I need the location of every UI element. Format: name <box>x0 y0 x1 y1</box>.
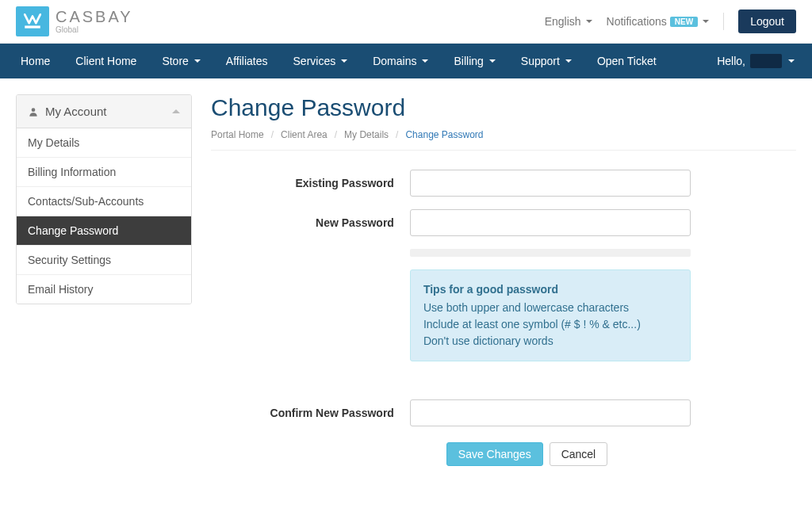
nav-label: Store <box>162 55 188 67</box>
logo-area[interactable]: CASBAY Global <box>16 6 133 36</box>
existing-password-label: Existing Password <box>211 177 410 189</box>
nav-services[interactable]: Services <box>281 44 361 78</box>
nav-store[interactable]: Store <box>149 44 213 78</box>
my-account-panel: My Account My Details Billing Informatio… <box>16 94 192 304</box>
nav-label: Support <box>521 55 560 67</box>
new-password-input[interactable] <box>410 209 691 236</box>
chevron-down-icon <box>341 59 347 63</box>
nav-label: Billing <box>454 55 483 67</box>
svg-rect-0 <box>25 25 40 28</box>
panel-title: My Account <box>45 105 107 118</box>
tips-line: Use both upper and lowercase characters <box>423 300 677 316</box>
nav-billing[interactable]: Billing <box>441 44 508 78</box>
notifications-label: Notifications <box>607 15 667 28</box>
confirm-password-label: Confirm New Password <box>211 407 410 419</box>
logo-icon <box>16 6 49 36</box>
breadcrumb-my-details[interactable]: My Details <box>344 129 389 140</box>
chevron-down-icon <box>703 20 709 23</box>
password-strength-bar <box>410 249 691 257</box>
top-links: English Notifications NEW Logout <box>545 10 796 33</box>
nav-domains[interactable]: Domains <box>360 44 441 78</box>
tips-line: Don't use dictionary words <box>423 333 677 350</box>
sidebar-item-my-details[interactable]: My Details <box>17 128 191 158</box>
sidebar-item-email-history[interactable]: Email History <box>17 275 191 304</box>
divider <box>723 13 724 30</box>
form-row-existing: Existing Password <box>211 170 796 197</box>
language-label: English <box>545 15 581 28</box>
form-row-confirm: Confirm New Password <box>211 399 796 426</box>
breadcrumb: Portal Home / Client Area / My Details /… <box>211 129 796 151</box>
breadcrumb-change-password: Change Password <box>405 129 483 140</box>
nav-support[interactable]: Support <box>508 44 584 78</box>
chevron-down-icon <box>489 59 496 63</box>
language-selector[interactable]: English <box>545 15 592 28</box>
breadcrumb-separator: / <box>271 129 274 140</box>
sidebar-item-label: Change Password <box>28 224 118 237</box>
chevron-down-icon <box>586 20 592 23</box>
sidebar-item-label: My Details <box>28 136 79 149</box>
sidebar: My Account My Details Billing Informatio… <box>16 94 192 304</box>
page-title: Change Password <box>211 94 796 121</box>
nav-user-menu[interactable]: Hello, <box>707 54 804 68</box>
sidebar-item-label: Billing Information <box>28 166 116 178</box>
greeting: Hello, <box>717 55 745 67</box>
nav-open-ticket[interactable]: Open Ticket <box>584 44 669 78</box>
panel-heading[interactable]: My Account <box>17 95 191 128</box>
new-password-label: New Password <box>211 216 410 229</box>
chevron-down-icon <box>565 59 572 63</box>
top-header: CASBAY Global English Notifications NEW … <box>0 0 812 44</box>
svg-point-1 <box>32 108 36 112</box>
breadcrumb-separator: / <box>335 129 337 140</box>
breadcrumb-portal-home[interactable]: Portal Home <box>211 129 264 140</box>
chevron-down-icon <box>194 59 201 63</box>
nav-label: Services <box>293 55 336 67</box>
save-changes-button[interactable]: Save Changes <box>446 442 543 466</box>
nav-affiliates[interactable]: Affiliates <box>213 44 281 78</box>
sidebar-item-label: Email History <box>28 283 93 296</box>
notifications-link[interactable]: Notifications NEW <box>607 15 710 28</box>
logout-button[interactable]: Logout <box>738 10 796 33</box>
sidebar-item-label: Contacts/Sub-Accounts <box>28 195 144 208</box>
nav-label: Client Home <box>75 55 136 67</box>
user-icon <box>28 106 39 117</box>
tips-title: Tips for a good password <box>423 281 677 298</box>
main-container: My Account My Details Billing Informatio… <box>0 78 812 482</box>
sidebar-item-security-settings[interactable]: Security Settings <box>17 246 191 275</box>
brand-sub: Global <box>56 26 133 34</box>
chevron-down-icon <box>788 59 795 63</box>
chevron-down-icon <box>422 59 428 63</box>
sidebar-item-change-password[interactable]: Change Password <box>17 216 191 246</box>
main-navbar: Home Client Home Store Affiliates Servic… <box>0 44 812 78</box>
password-tips-box: Tips for a good password Use both upper … <box>410 269 691 361</box>
existing-password-input[interactable] <box>410 170 691 197</box>
brand-name: CASBAY <box>56 9 133 25</box>
form-row-strength <box>211 249 796 257</box>
cancel-button[interactable]: Cancel <box>550 442 608 466</box>
form-actions: Save Changes Cancel <box>258 442 796 466</box>
chevron-up-icon <box>172 109 180 113</box>
nav-home[interactable]: Home <box>8 44 63 78</box>
nav-left: Home Client Home Store Affiliates Servic… <box>8 44 669 78</box>
breadcrumb-client-area[interactable]: Client Area <box>281 129 327 140</box>
new-badge: NEW <box>670 17 698 27</box>
user-name-redacted <box>750 54 782 68</box>
sidebar-item-contacts[interactable]: Contacts/Sub-Accounts <box>17 187 191 216</box>
content-area: Change Password Portal Home / Client Are… <box>211 94 796 466</box>
form-row-tips: Tips for a good password Use both upper … <box>211 269 796 361</box>
nav-client-home[interactable]: Client Home <box>63 44 149 78</box>
nav-label: Home <box>21 55 50 67</box>
nav-label: Open Ticket <box>597 55 657 67</box>
form-row-new: New Password <box>211 209 796 236</box>
sidebar-item-billing-information[interactable]: Billing Information <box>17 158 191 187</box>
sidebar-item-label: Security Settings <box>28 254 111 266</box>
confirm-password-input[interactable] <box>410 399 691 426</box>
breadcrumb-separator: / <box>396 129 398 140</box>
tips-line: Include at least one symbol (# $ ! % & e… <box>423 316 677 333</box>
nav-label: Affiliates <box>226 55 268 67</box>
nav-label: Domains <box>373 55 416 67</box>
logo-text: CASBAY Global <box>56 9 133 34</box>
